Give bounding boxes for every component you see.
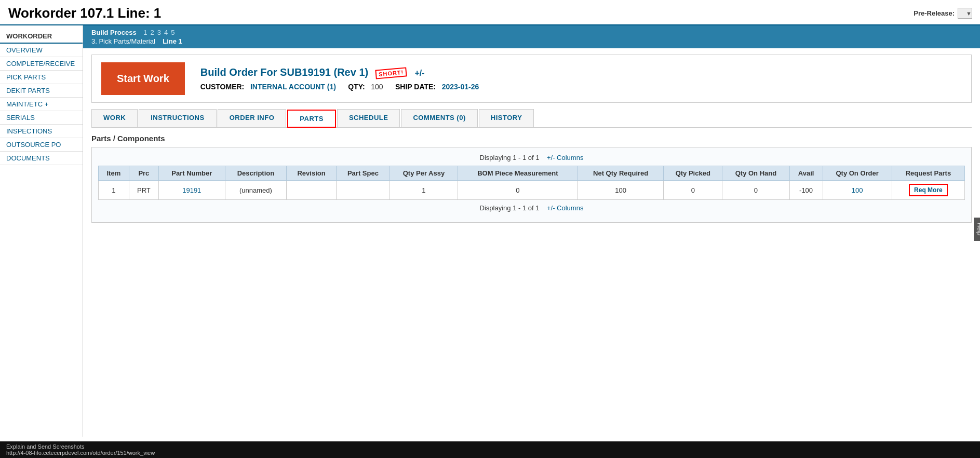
tab-instructions[interactable]: INSTRUCTIONS <box>139 109 217 127</box>
display-info-top: Displaying 1 - 1 of 1 +/- Columns <box>98 154 965 161</box>
main-layout: WORKORDER OVERVIEW COMPLETE/RECEIVE PICK… <box>0 25 980 437</box>
columns-link-bottom[interactable]: +/- Columns <box>547 204 583 212</box>
sidebar-item-inspections[interactable]: INSPECTIONS <box>0 125 83 138</box>
line-label: Line 1 <box>163 37 182 45</box>
th-qty-on-hand: Qty On Hand <box>722 166 789 181</box>
th-description: Description <box>225 166 287 181</box>
content-area: Build Process 1 2 3 4 5 3. Pick Parts/Ma… <box>83 25 980 437</box>
customer-value: INTERNAL ACCOUNT (1) <box>250 83 336 91</box>
sidebar-item-outsource-po[interactable]: OUTSOURCE PO <box>0 138 83 152</box>
th-qty-per-assy: Qty Per Assy <box>390 166 458 181</box>
page-title: Workorder 107.1 Line: 1 <box>8 5 161 21</box>
cell-description: (unnamed) <box>225 181 287 200</box>
cell-prc: PRT <box>129 181 158 200</box>
cell-revision <box>287 181 337 200</box>
ship-date-label: SHIP DATE: <box>395 83 436 91</box>
parts-section: Parts / Components Displaying 1 - 1 of 1… <box>91 134 972 223</box>
build-process-bar: Build Process 1 2 3 4 5 3. Pick Parts/Ma… <box>83 25 980 48</box>
page-header: Workorder 107.1 Line: 1 Pre-Release: ▼ <box>0 0 980 25</box>
step-5[interactable]: 5 <box>171 29 174 36</box>
display-text-bottom: Displaying 1 - 1 of 1 <box>480 204 540 212</box>
build-process-subtitle: 3. Pick Parts/Material Line 1 <box>91 37 972 45</box>
pre-release-label: Pre-Release: <box>914 9 955 17</box>
tab-work[interactable]: WORK <box>91 109 138 127</box>
cell-part-number: 19191 <box>159 181 225 200</box>
sidebar-item-workorder[interactable]: WORKORDER <box>0 30 83 44</box>
build-process-title: Build Process <box>91 29 137 36</box>
part-number-link[interactable]: 19191 <box>182 186 201 194</box>
cell-part-spec <box>336 181 390 200</box>
th-part-number: Part Number <box>159 166 225 181</box>
th-net-qty-required: Net Qty Required <box>578 166 664 181</box>
sidebar-item-complete-receive[interactable]: COMPLETE/RECEIVE <box>0 57 83 71</box>
start-work-button[interactable]: Start Work <box>101 62 185 95</box>
cell-avail: -100 <box>789 181 823 200</box>
tab-comments[interactable]: COMMENTS (0) <box>401 109 477 127</box>
tab-order-info[interactable]: ORDER INFO <box>218 109 287 127</box>
cell-net-qty-required: 100 <box>578 181 664 200</box>
tab-parts[interactable]: PARTS <box>287 110 336 128</box>
qty-value: 100 <box>371 83 383 91</box>
parts-table: Item Prc Part Number Description Revisio… <box>98 166 965 200</box>
pre-release-container: Pre-Release: ▼ <box>914 8 972 19</box>
parts-container: Displaying 1 - 1 of 1 +/- Columns Item P… <box>91 147 972 223</box>
order-details: Build Order For SUB19191 (Rev 1) SHORT! … <box>200 66 962 91</box>
th-revision: Revision <box>287 166 337 181</box>
th-qty-on-order: Qty On Order <box>823 166 892 181</box>
sidebar-item-maint-etc[interactable]: MAINT/ETC + <box>0 98 83 111</box>
cell-request-parts: Req More <box>892 181 964 200</box>
build-process-steps: 1 2 3 4 5 <box>143 29 174 36</box>
qty-on-order-link[interactable]: 100 <box>852 186 863 194</box>
order-title: Build Order For SUB19191 (Rev 1) SHORT! … <box>200 66 962 78</box>
short-badge: SHORT! <box>375 67 407 79</box>
cell-qty-picked: 0 <box>664 181 722 200</box>
order-meta: CUSTOMER: INTERNAL ACCOUNT (1) QTY: 100 … <box>200 83 962 91</box>
cell-item: 1 <box>99 181 129 200</box>
step-1[interactable]: 1 <box>143 29 147 36</box>
plus-minus-link[interactable]: +/- <box>415 69 425 77</box>
th-avail: Avail <box>789 166 823 181</box>
display-text-top: Displaying 1 - 1 of 1 <box>480 154 540 161</box>
sidebar-item-dekit-parts[interactable]: DEKIT PARTS <box>0 84 83 98</box>
th-prc: Prc <box>129 166 158 181</box>
help-tab[interactable]: Help <box>974 218 980 241</box>
cell-qty-per-assy: 1 <box>390 181 458 200</box>
pre-release-select[interactable] <box>958 8 972 19</box>
step-3[interactable]: 3 <box>157 29 161 36</box>
req-more-button[interactable]: Req More <box>909 184 948 196</box>
th-request-parts: Request Parts <box>892 166 964 181</box>
columns-link-top[interactable]: +/- Columns <box>547 154 583 161</box>
step-2[interactable]: 2 <box>151 29 154 36</box>
sidebar: WORKORDER OVERVIEW COMPLETE/RECEIVE PICK… <box>0 25 83 437</box>
sidebar-item-serials[interactable]: SERIALS <box>0 111 83 125</box>
sidebar-item-overview[interactable]: OVERVIEW <box>0 44 83 57</box>
cell-bom-piece-measurement: 0 <box>458 181 578 200</box>
cell-qty-on-hand: 0 <box>722 181 789 200</box>
sidebar-item-pick-parts[interactable]: PICK PARTS <box>0 71 83 84</box>
th-qty-picked: Qty Picked <box>664 166 722 181</box>
parts-section-title: Parts / Components <box>91 134 972 143</box>
ship-date-value: 2023-01-26 <box>442 83 479 91</box>
tab-schedule[interactable]: SCHEDULE <box>337 109 400 127</box>
qty-label: QTY: <box>348 83 365 91</box>
step-4[interactable]: 4 <box>164 29 168 36</box>
tab-history[interactable]: HISTORY <box>479 109 534 127</box>
customer-label: CUSTOMER: <box>200 83 245 91</box>
th-item: Item <box>99 166 129 181</box>
table-header-row: Item Prc Part Number Description Revisio… <box>99 166 965 181</box>
order-card: Start Work Build Order For SUB19191 (Rev… <box>91 55 972 103</box>
order-title-text: Build Order For SUB19191 (Rev 1) <box>200 66 368 78</box>
display-info-bottom: Displaying 1 - 1 of 1 +/- Columns <box>98 204 965 212</box>
current-step-label: 3. Pick Parts/Material <box>91 37 155 45</box>
th-bom-piece-measurement: BOM Piece Measurement <box>458 166 578 181</box>
th-part-spec: Part Spec <box>336 166 390 181</box>
table-row: 1 PRT 19191 (unnamed) 1 0 100 0 0 -100 <box>99 181 965 200</box>
tabs-bar: WORK INSTRUCTIONS ORDER INFO PARTS SCHED… <box>91 109 972 128</box>
sidebar-item-documents[interactable]: DOCUMENTS <box>0 152 83 165</box>
cell-qty-on-order: 100 <box>823 181 892 200</box>
